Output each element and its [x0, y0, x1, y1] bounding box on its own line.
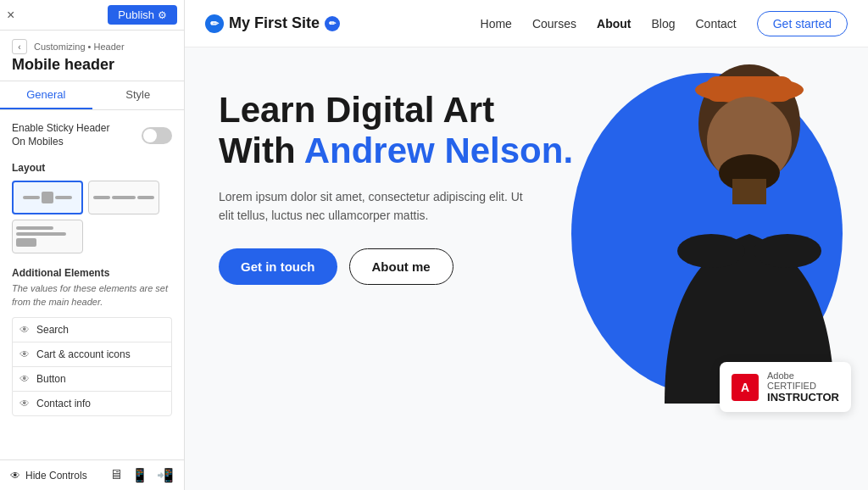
gear-icon[interactable]: ⚙: [158, 9, 167, 21]
nav-courses[interactable]: Courses: [532, 17, 576, 31]
hero-heading-highlight: Andrew Nelson.: [304, 131, 573, 170]
panel-content: Enable Sticky Header On Mobiles Layout: [0, 110, 184, 459]
hero-section: Learn Digital Art With Andrew Nelson. Lo…: [185, 47, 868, 420]
hero-visual: A Adobe CERTIFIED INSTRUCTOR: [546, 47, 868, 420]
eye-hide-icon: 👁: [10, 470, 20, 482]
elements-list: 👁 Search 👁 Cart & account icons 👁 Button…: [12, 317, 172, 416]
panel-tabs: General Style: [0, 81, 184, 110]
nav-cta-button[interactable]: Get started: [757, 11, 848, 36]
nav-links: Home Courses About Blog Contact: [481, 17, 737, 31]
nav-about[interactable]: About: [597, 17, 631, 31]
certified-badge: A Adobe CERTIFIED INSTRUCTOR: [720, 362, 851, 412]
panel-header: ‹ Customizing • Header Mobile header: [0, 31, 184, 81]
element-cart-label: Cart & account icons: [36, 348, 131, 360]
close-button[interactable]: ×: [7, 8, 14, 22]
element-cart[interactable]: 👁 Cart & account icons: [12, 342, 172, 366]
svg-point-7: [754, 234, 821, 268]
layout-label: Layout: [12, 162, 172, 174]
hero-heading-line2-plain: With: [219, 131, 304, 170]
hero-text: Learn Digital Art With Andrew Nelson. Lo…: [219, 90, 573, 285]
layout-option-2[interactable]: [88, 181, 159, 214]
adobe-logo: A: [732, 374, 759, 401]
additional-elements-title: Additional Elements: [12, 267, 172, 279]
panel-topbar: × Publish ⚙: [0, 0, 184, 31]
element-contact-label: Contact info: [36, 398, 91, 409]
hide-controls-label: Hide Controls: [25, 470, 87, 482]
sticky-header-label: Enable Sticky Header On Mobiles: [12, 122, 122, 148]
svg-rect-5: [732, 179, 766, 204]
desktop-icon[interactable]: 🖥: [109, 467, 123, 483]
tablet-icon[interactable]: 📱: [131, 467, 148, 483]
sticky-header-row: Enable Sticky Header On Mobiles: [12, 122, 172, 148]
tab-general[interactable]: General: [0, 81, 92, 109]
element-button-label: Button: [36, 373, 66, 385]
eye-icon-cart: 👁: [19, 348, 30, 360]
nav-home[interactable]: Home: [481, 17, 512, 31]
layout-options: [12, 181, 172, 253]
tab-style[interactable]: Style: [92, 81, 185, 109]
instructor-label: INSTRUCTOR: [767, 391, 839, 404]
back-button[interactable]: ‹: [12, 39, 27, 54]
adobe-letter: A: [741, 381, 749, 394]
panel-footer: 👁 Hide Controls 🖥 📱 📲: [0, 459, 184, 490]
badge-text: Adobe CERTIFIED INSTRUCTOR: [767, 370, 839, 404]
eye-icon-button: 👁: [19, 373, 30, 385]
logo-text: My First Site: [229, 14, 320, 32]
hero-buttons: Get in touch About me: [219, 248, 573, 285]
layout-option-1[interactable]: [12, 181, 83, 214]
main-content: ✏ My First Site ✏ Home Courses About Blo…: [185, 0, 868, 490]
left-panel: × Publish ⚙ ‹ Customizing • Header Mobil…: [0, 0, 185, 490]
additional-elements-desc: The values for these elements are set fr…: [12, 282, 172, 309]
sticky-header-toggle[interactable]: [142, 127, 172, 144]
device-icons: 🖥 📱 📲: [109, 467, 174, 483]
hide-controls-button[interactable]: 👁 Hide Controls: [10, 470, 87, 482]
publish-button[interactable]: Publish ⚙: [108, 5, 177, 25]
nav-contact[interactable]: Contact: [695, 17, 736, 31]
element-search-label: Search: [36, 324, 69, 336]
hero-heading-line1: Learn Digital Art: [219, 90, 494, 130]
certified-label: CERTIFIED: [767, 381, 839, 391]
layout-option-3[interactable]: [12, 220, 83, 253]
mobile-icon[interactable]: 📲: [157, 467, 174, 483]
logo-icon: ✏: [205, 14, 224, 33]
element-button[interactable]: 👁 Button: [12, 366, 172, 391]
eye-icon-search: 👁: [19, 324, 30, 336]
adobe-sub-label: Adobe: [767, 370, 839, 381]
element-search[interactable]: 👁 Search: [12, 317, 172, 342]
svg-point-6: [677, 234, 745, 268]
site-nav: ✏ My First Site ✏ Home Courses About Blo…: [185, 0, 868, 47]
eye-icon-contact: 👁: [19, 398, 30, 409]
nav-blog[interactable]: Blog: [651, 17, 675, 31]
get-in-touch-button[interactable]: Get in touch: [219, 248, 337, 285]
about-me-button[interactable]: About me: [349, 248, 453, 285]
hero-heading: Learn Digital Art With Andrew Nelson.: [219, 90, 573, 172]
logo-edit-icon[interactable]: ✏: [325, 16, 340, 31]
panel-title: Mobile header: [12, 56, 172, 74]
breadcrumb: ‹ Customizing • Header: [12, 39, 172, 54]
publish-label: Publish: [118, 8, 154, 21]
site-logo[interactable]: ✏ My First Site ✏: [205, 14, 340, 33]
element-contact[interactable]: 👁 Contact info: [12, 391, 172, 416]
hero-description: Lorem ipsum dolor sit amet, consectetur …: [219, 187, 541, 226]
